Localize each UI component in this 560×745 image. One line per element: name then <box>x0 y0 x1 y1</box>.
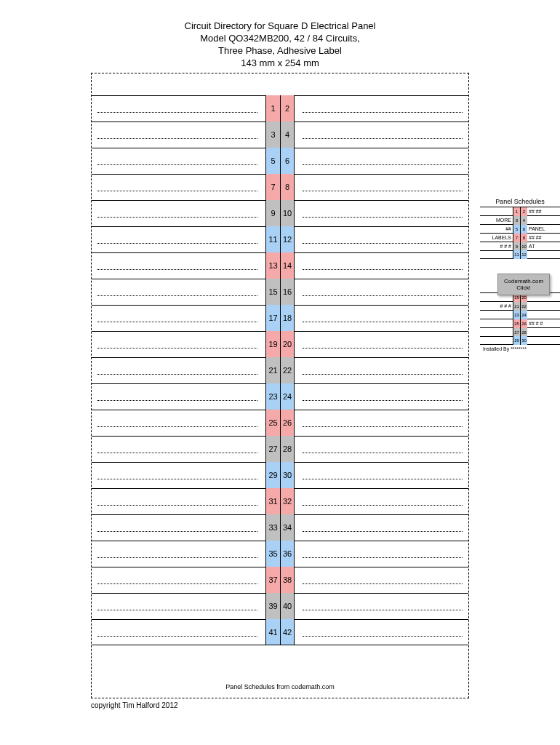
thumbnail-preview: Panel Schedules 12## ##MORE34##56PANELLA… <box>480 198 560 351</box>
circuit-row: 3536 <box>92 541 468 567</box>
thumb-text-right: AT <box>527 244 560 249</box>
circuit-number-right: 6 <box>280 148 295 174</box>
label-area-right[interactable] <box>303 610 463 610</box>
circuit-number-right: 34 <box>280 514 295 541</box>
label-area-left[interactable] <box>97 531 257 532</box>
thumb-num-right: 22 <box>520 302 527 311</box>
thumb-num-left: 11 <box>513 250 520 259</box>
circuit-number-right: 40 <box>280 593 295 619</box>
circuit-number-left: 21 <box>265 357 280 383</box>
circuit-number-left: 27 <box>265 436 280 462</box>
label-area-right[interactable] <box>303 191 463 191</box>
label-area-right[interactable] <box>303 453 463 453</box>
thumb-num-right: 26 <box>520 319 527 328</box>
thumb-num-left: 7 <box>513 234 520 242</box>
circuit-number-right: 12 <box>280 226 295 252</box>
circuit-number-right: 22 <box>280 357 295 383</box>
thumb-row: LABELS78## ## <box>480 233 560 242</box>
circuit-row: 12 <box>92 95 468 121</box>
thumb-num-left: 5 <box>513 225 520 234</box>
label-area-right[interactable] <box>303 138 463 139</box>
label-area-left[interactable] <box>97 505 257 506</box>
circuit-row: 78 <box>92 174 468 200</box>
label-area-left[interactable] <box>97 191 257 191</box>
circuit-row: 1112 <box>92 226 468 252</box>
label-area-left[interactable] <box>97 295 257 296</box>
label-area-left[interactable] <box>97 557 257 558</box>
label-area-left[interactable] <box>97 400 257 401</box>
circuit-number-right: 4 <box>280 121 295 148</box>
circuit-number-left: 15 <box>265 279 280 305</box>
circuit-rows: 1234567891011121314151617181920212223242… <box>92 95 468 645</box>
label-area-left[interactable] <box>97 453 257 453</box>
circuit-number-left: 39 <box>265 593 280 619</box>
circuit-row: 910 <box>92 200 468 226</box>
thumb-row: MORE34 <box>480 215 560 224</box>
label-area-left[interactable] <box>97 610 257 610</box>
thumbnail-top-rows: 12## ##MORE34##56PANELLABELS78## ### # #… <box>480 207 560 259</box>
thumb-num-right: 8 <box>520 234 527 242</box>
circuit-number-right: 24 <box>280 383 295 410</box>
circuit-row: 3738 <box>92 567 468 593</box>
footer-inside: Panel Schedules from codemath.com <box>92 683 468 690</box>
label-area-left[interactable] <box>97 583 257 584</box>
label-area-left[interactable] <box>97 269 257 270</box>
circuit-number-left: 33 <box>265 514 280 541</box>
label-area-right[interactable] <box>303 557 463 558</box>
thumb-row: 12## ## <box>480 207 560 215</box>
label-area-right[interactable] <box>303 269 463 270</box>
label-area-left[interactable] <box>97 426 257 427</box>
label-area-left[interactable] <box>97 217 257 218</box>
thumb-num-right: 4 <box>520 216 527 225</box>
label-area-left[interactable] <box>97 374 257 375</box>
label-area-left[interactable] <box>97 348 257 348</box>
label-area-right[interactable] <box>303 348 463 348</box>
thumb-row: 2324 <box>480 310 560 319</box>
label-area-right[interactable] <box>303 243 463 244</box>
header-line-1: Circuit Directory for Square D Electrica… <box>0 20 560 33</box>
label-area-right[interactable] <box>303 531 463 532</box>
label-area-left[interactable] <box>97 112 257 113</box>
thumb-num-left: 29 <box>513 336 520 345</box>
thumb-num-left: 3 <box>513 216 520 225</box>
thumb-num-right: 6 <box>520 225 527 234</box>
label-area-left[interactable] <box>97 243 257 244</box>
circuit-number-left: 5 <box>265 148 280 174</box>
label-area-left[interactable] <box>97 636 257 637</box>
circuit-number-right: 28 <box>280 436 295 462</box>
label-area-right[interactable] <box>303 295 463 296</box>
label-area-right[interactable] <box>303 583 463 584</box>
thumb-num-right: 24 <box>520 311 527 319</box>
label-area-right[interactable] <box>303 479 463 479</box>
label-area-left[interactable] <box>97 479 257 479</box>
circuit-number-left: 35 <box>265 541 280 567</box>
codemath-button[interactable]: Codemath.com Click! <box>497 274 550 295</box>
circuit-row: 2526 <box>92 410 468 436</box>
label-area-right[interactable] <box>303 374 463 375</box>
circuit-row: 4142 <box>92 619 468 645</box>
circuit-row: 2324 <box>92 383 468 410</box>
label-area-left[interactable] <box>97 138 257 139</box>
label-area-left[interactable] <box>97 322 257 322</box>
circuit-number-left: 17 <box>265 305 280 331</box>
panel-label-box: 1234567891011121314151617181920212223242… <box>91 73 469 698</box>
thumb-num-left: 21 <box>513 302 520 311</box>
thumb-row: 2930 <box>480 336 560 345</box>
thumb-num-right: 2 <box>520 207 527 216</box>
label-area-right[interactable] <box>303 426 463 427</box>
codemath-button-line2: Click! <box>498 284 549 291</box>
thumb-row: # # #2122 <box>480 301 560 310</box>
label-area-right[interactable] <box>303 112 463 113</box>
label-area-right[interactable] <box>303 322 463 322</box>
label-area-right[interactable] <box>303 217 463 218</box>
circuit-number-right: 20 <box>280 331 295 357</box>
circuit-number-right: 16 <box>280 279 295 305</box>
label-area-right[interactable] <box>303 400 463 401</box>
label-area-right[interactable] <box>303 505 463 506</box>
label-area-right[interactable] <box>303 164 463 165</box>
circuit-number-right: 42 <box>280 619 295 645</box>
circuit-number-left: 11 <box>265 226 280 252</box>
label-area-right[interactable] <box>303 636 463 637</box>
thumb-text-left: ## <box>480 226 513 231</box>
label-area-left[interactable] <box>97 164 257 165</box>
